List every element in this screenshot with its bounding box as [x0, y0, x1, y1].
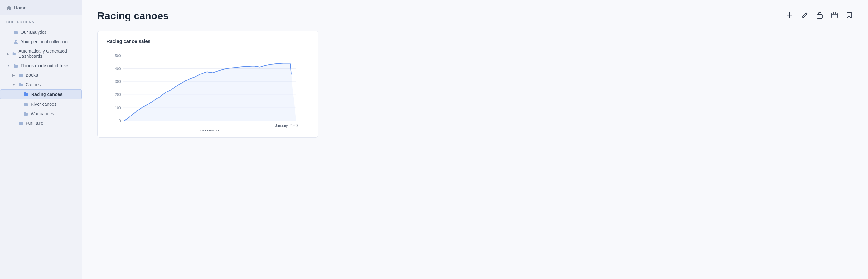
folder-blue-icon	[24, 92, 29, 97]
folder-icon	[13, 30, 18, 35]
sidebar-item-furniture[interactable]: Furniture	[0, 118, 82, 128]
sidebar-item-things-made[interactable]: ▾ Things made out of trees	[0, 61, 82, 70]
sidebar-item-war-canoes[interactable]: War canoes	[0, 109, 82, 118]
bookmark-icon	[846, 12, 851, 19]
home-icon	[6, 5, 11, 10]
svg-point-0	[15, 40, 17, 42]
collections-header: COLLECTIONS ···	[0, 15, 82, 28]
edit-button[interactable]	[800, 11, 809, 21]
main-header: Racing canoes	[97, 10, 853, 22]
sidebar-item-racing-canoes[interactable]: Racing canoes	[0, 89, 82, 99]
svg-text:200: 200	[115, 93, 121, 97]
home-nav-item[interactable]: Home	[0, 0, 82, 15]
toolbar	[785, 10, 853, 22]
sidebar-item-label: Our analytics	[21, 30, 46, 35]
svg-text:300: 300	[115, 79, 121, 84]
folder-icon	[18, 73, 23, 78]
folder-icon	[12, 51, 16, 56]
chevron-down-icon: ▾	[6, 64, 11, 68]
chevron-down-icon: ▾	[11, 83, 16, 86]
svg-text:400: 400	[115, 67, 121, 71]
svg-text:100: 100	[115, 105, 121, 109]
sidebar-item-label: Books	[26, 73, 38, 78]
home-label: Home	[14, 5, 27, 10]
chart-container: 0 100 200 300 400 500 Count January, 202…	[106, 49, 309, 131]
folder-icon	[23, 102, 28, 107]
user-icon	[13, 39, 18, 44]
svg-text:500: 500	[115, 54, 121, 58]
sidebar-item-label: River canoes	[31, 102, 57, 107]
calendar-icon	[831, 12, 838, 18]
sidebar-item-label: Canoes	[26, 82, 41, 87]
sidebar-item-label: Things made out of trees	[21, 63, 69, 68]
svg-rect-3	[817, 14, 822, 18]
sidebar-item-label: Automatically Generated Dashboards	[19, 48, 76, 59]
folder-icon	[18, 121, 23, 126]
sidebar-item-canoes[interactable]: ▾ Canoes	[0, 80, 82, 89]
sidebar-item-label: Racing canoes	[31, 92, 63, 97]
sidebar: Home COLLECTIONS ··· Our analytics Your …	[0, 0, 82, 279]
folder-icon	[18, 82, 23, 87]
chart-svg: 0 100 200 300 400 500 Count January, 202…	[106, 49, 309, 131]
svg-text:Created At: Created At	[200, 129, 219, 131]
svg-text:January, 2020: January, 2020	[275, 124, 298, 128]
collections-label: COLLECTIONS	[6, 20, 34, 24]
sidebar-item-personal[interactable]: Your personal collection	[0, 37, 82, 46]
sidebar-item-label: War canoes	[31, 111, 54, 116]
sidebar-item-our-analytics[interactable]: Our analytics	[0, 28, 82, 37]
chart-title: Racing canoe sales	[106, 38, 309, 44]
sidebar-item-river-canoes[interactable]: River canoes	[0, 99, 82, 109]
lock-icon	[817, 12, 823, 19]
sidebar-item-label: Furniture	[26, 120, 43, 126]
svg-rect-4	[832, 13, 837, 18]
chevron-right-icon: ▶	[11, 74, 16, 77]
chevron-right-icon: ▶	[6, 52, 10, 56]
pencil-icon	[802, 12, 808, 18]
add-button[interactable]	[785, 10, 794, 22]
collections-more-button[interactable]: ···	[69, 19, 75, 26]
calendar-button[interactable]	[830, 11, 839, 21]
main-content: Racing canoes	[82, 0, 868, 279]
sidebar-item-label: Your personal collection	[21, 39, 68, 44]
svg-text:0: 0	[119, 119, 121, 123]
chart-card: Racing canoe sales 0 100 200 300	[97, 31, 318, 138]
lock-button[interactable]	[815, 10, 824, 22]
sidebar-item-books[interactable]: ▶ Books	[0, 70, 82, 80]
page-title: Racing canoes	[97, 10, 169, 22]
bookmark-button[interactable]	[845, 10, 853, 22]
sidebar-item-auto-dashboards[interactable]: ▶ Automatically Generated Dashboards	[0, 46, 82, 61]
plus-icon	[786, 12, 793, 19]
folder-icon	[23, 111, 28, 116]
folder-icon	[13, 63, 18, 68]
